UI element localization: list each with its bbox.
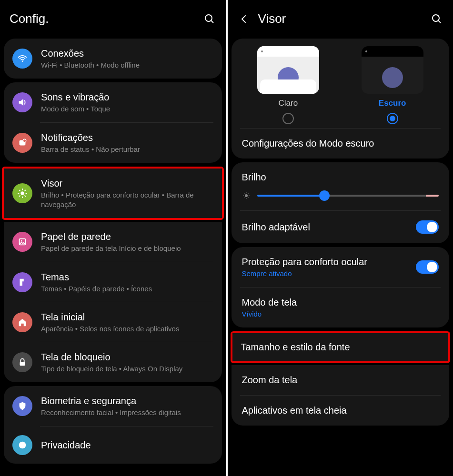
row-label: Modo de tela	[242, 297, 439, 308]
notifications-icon	[12, 133, 32, 153]
brightness-label-row: Brilho	[232, 162, 450, 185]
item-subtitle: Tipo de bloqueio de tela • Always On Dis…	[41, 364, 213, 374]
item-subtitle: Modo de som • Toque	[41, 104, 213, 114]
toggle-switch[interactable]	[416, 220, 439, 234]
row-label: Brilho adaptável	[242, 222, 416, 233]
svg-point-0	[205, 15, 212, 21]
search-icon[interactable]	[203, 12, 216, 26]
item-subtitle: Papel de parede da tela Início e de bloq…	[41, 244, 213, 253]
settings-item-themes[interactable]: Temas Temas • Papéis de parede • Ícones	[4, 262, 222, 302]
row-label: Proteção para conforto ocular	[242, 257, 416, 268]
row-label: Tamanho e estilo da fonte	[241, 342, 350, 352]
svg-point-17	[19, 441, 26, 448]
header: Visor	[228, 0, 453, 35]
highlighted-item-visor: Visor Brilho • Proteção para conforto oc…	[2, 167, 224, 220]
item-title: Notificações	[41, 131, 213, 144]
settings-group: Conexões Wi-Fi • Bluetooth • Modo offlin…	[4, 39, 222, 79]
radio-checked-icon[interactable]	[387, 113, 398, 124]
settings-item-display[interactable]: Visor Brilho • Proteção para conforto oc…	[4, 169, 222, 218]
font-zoom-card: Tamanho e estilo da fonte Zoom da tela A…	[228, 331, 453, 426]
item-title: Tela inicial	[41, 311, 213, 323]
row-value: Vívido	[242, 310, 439, 318]
row-value: Sempre ativado	[242, 269, 416, 278]
svg-line-10	[20, 190, 20, 191]
display-icon	[12, 183, 32, 203]
row-label: Configurações do Modo escuro	[242, 138, 374, 149]
svg-line-1	[211, 20, 213, 23]
row-label: Aplicativos em tela cheia	[242, 405, 347, 416]
lock-icon	[12, 352, 32, 372]
back-icon[interactable]	[237, 12, 251, 26]
item-title: Conexões	[41, 47, 213, 60]
svg-line-28	[248, 194, 248, 194]
svg-rect-16	[20, 362, 25, 366]
item-subtitle: Wi-Fi • Bluetooth • Modo offline	[41, 60, 213, 70]
svg-line-11	[25, 196, 25, 196]
settings-item-connections[interactable]: Conexões Wi-Fi • Bluetooth • Modo offlin…	[4, 39, 222, 79]
svg-point-18	[433, 15, 439, 21]
settings-item-home[interactable]: Tela inicial Aparência • Selos nos ícone…	[4, 302, 222, 342]
privacy-icon	[12, 435, 32, 455]
svg-line-27	[244, 198, 244, 198]
theme-option-dark[interactable]: Escuro	[362, 46, 423, 124]
settings-group: Visor Brilho • Proteção para conforto oc…	[0, 167, 226, 383]
page-title: Visor	[258, 11, 423, 26]
item-title: Sons e vibração	[41, 91, 213, 103]
screen-mode-row[interactable]: Modo de tela Vívido	[232, 288, 450, 327]
settings-group: Biometria e segurança Reconhecimento fac…	[4, 386, 222, 463]
home-icon	[12, 312, 32, 332]
settings-item-wallpaper[interactable]: Papel de parede Papel de parede da tela …	[4, 222, 222, 262]
theme-preview-light	[257, 46, 319, 94]
item-subtitle: Reconhecimento facial • Impressões digit…	[41, 408, 213, 417]
row-label: Zoom da tela	[242, 375, 298, 385]
settings-group: Sons e vibração Modo de som • Toque Noti…	[4, 82, 222, 163]
svg-point-20	[245, 194, 248, 197]
svg-point-2	[22, 60, 23, 62]
settings-item-sounds[interactable]: Sons e vibração Modo de som • Toque	[4, 82, 222, 122]
theme-card: Claro Escuro Configurações do Modo escur…	[232, 39, 450, 159]
themes-icon	[12, 272, 32, 292]
sun-icon	[242, 191, 251, 200]
header: Config.	[0, 0, 226, 35]
font-size-style-row[interactable]: Tamanho e estilo da fonte	[232, 333, 449, 361]
brightness-slider-row	[232, 185, 450, 210]
item-title: Temas	[41, 271, 213, 283]
settings-item-privacy[interactable]: Privacidade	[4, 426, 222, 464]
page-title: Config.	[10, 11, 195, 26]
highlighted-item-font: Tamanho e estilo da fonte	[231, 331, 451, 363]
theme-preview-dark	[362, 46, 423, 94]
dark-mode-settings-row[interactable]: Configurações do Modo escuro	[232, 129, 450, 159]
theme-option-light[interactable]: Claro	[257, 46, 319, 124]
item-subtitle: Barra de status • Não perturbar	[41, 145, 213, 154]
settings-screen: Config. Conexões Wi-Fi • Bluetooth • Mod…	[0, 0, 226, 476]
item-subtitle: Temas • Papéis de parede • Ícones	[41, 284, 213, 294]
sound-icon	[12, 92, 32, 112]
item-title: Tela de bloqueio	[41, 351, 213, 363]
eye-comfort-row[interactable]: Proteção para conforto ocular Sempre ati…	[232, 247, 450, 287]
item-subtitle: Brilho • Proteção para conforto ocular •…	[41, 190, 213, 210]
item-title: Biometria e segurança	[41, 395, 213, 407]
slider-thumb[interactable]	[319, 190, 330, 201]
settings-item-notifications[interactable]: Notificações Barra de status • Não pertu…	[4, 123, 222, 163]
display-settings-screen: Visor Claro Escuro	[228, 0, 453, 476]
toggle-switch[interactable]	[416, 260, 439, 274]
svg-line-13	[25, 190, 25, 191]
settings-item-biometrics[interactable]: Biometria e segurança Reconhecimento fac…	[4, 386, 222, 426]
search-icon[interactable]	[430, 12, 443, 26]
radio-unchecked-icon[interactable]	[282, 113, 294, 124]
adaptive-brightness-row[interactable]: Brilho adaptável	[232, 211, 450, 243]
item-title: Visor	[41, 177, 213, 189]
svg-line-26	[248, 198, 248, 198]
svg-line-25	[244, 194, 244, 194]
fullscreen-apps-row[interactable]: Aplicativos em tela cheia	[232, 396, 450, 426]
item-subtitle: Aparência • Selos nos ícones de aplicati…	[41, 324, 213, 334]
svg-line-12	[20, 196, 20, 196]
row-label: Brilho	[242, 172, 266, 182]
item-title: Privacidade	[41, 439, 213, 451]
wallpaper-icon	[12, 232, 32, 252]
svg-point-15	[21, 240, 22, 242]
brightness-card: Brilho Brilho adaptável	[232, 162, 450, 243]
screen-zoom-row[interactable]: Zoom da tela	[232, 365, 450, 395]
brightness-slider[interactable]	[257, 195, 439, 197]
settings-item-lockscreen[interactable]: Tela de bloqueio Tipo de bloqueio de tel…	[4, 342, 222, 382]
